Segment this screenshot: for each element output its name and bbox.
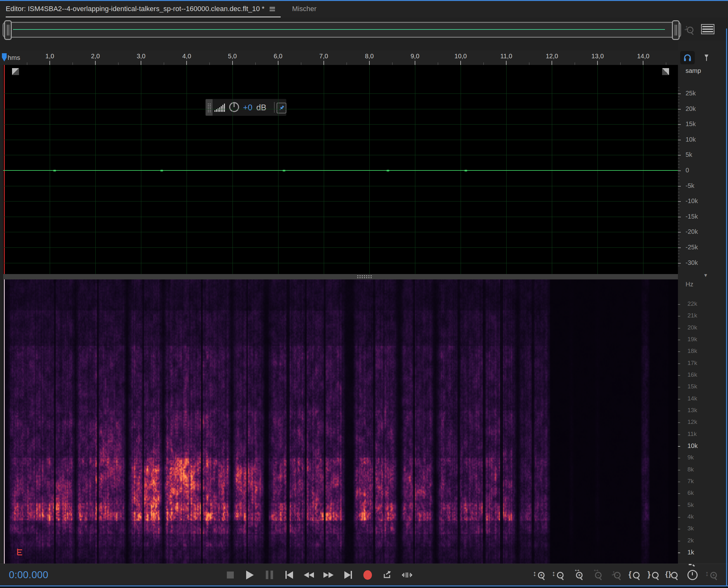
- skip-selection-button[interactable]: [401, 569, 413, 581]
- hz-scale-label: 9k: [687, 454, 694, 461]
- samp-scale-tick: [678, 198, 680, 198]
- samp-scale-tick: [678, 217, 681, 217]
- scale-dropdown-icon[interactable]: ▼: [703, 272, 708, 278]
- fade-out-handle[interactable]: [662, 68, 669, 75]
- samp-scale-tick: [678, 183, 680, 183]
- divider-grip[interactable]: [357, 275, 372, 278]
- vertical-scale-column[interactable]: samp ▼ Hz 25k20k15k10k5k0-5k-10k-15k-20k…: [678, 41, 728, 564]
- waveform-blip: [53, 170, 56, 171]
- hz-scale-tick: [678, 541, 680, 542]
- loop-playback-button[interactable]: [381, 569, 393, 581]
- ruler-label: 14,0: [637, 52, 649, 60]
- fast-forward-button[interactable]: [322, 569, 334, 581]
- samp-scale-label: 5k: [686, 151, 692, 159]
- marker-pin-button[interactable]: [699, 51, 714, 64]
- tab-mixer[interactable]: Mischer: [292, 1, 317, 17]
- samp-scale-tick: [678, 208, 680, 208]
- samp-scale-tick: [678, 174, 680, 174]
- samp-scale-tick: [678, 133, 680, 134]
- focus-border-top: [0, 0, 728, 1]
- volume-hud[interactable]: +0 dB: [205, 99, 286, 116]
- gain-unit: dB: [256, 103, 266, 112]
- playhead-handle[interactable]: [2, 53, 7, 61]
- status-transport-bar: 0:00.000 +↕-↕+↔-↔-↕↔{}{}+↕: [0, 564, 728, 586]
- samp-scale-tick: [678, 229, 680, 229]
- pause-button[interactable]: [263, 569, 275, 581]
- hz-scale-tick: [678, 316, 680, 316]
- hz-scale-label: 8k: [687, 466, 694, 473]
- samp-scale-tick: [678, 103, 680, 103]
- navigator-left-handle[interactable]: [4, 20, 12, 40]
- hud-drag-handle[interactable]: [206, 99, 213, 115]
- monitor-headphones-button[interactable]: [680, 51, 695, 64]
- zoom-to-selection-button[interactable]: {}: [667, 568, 679, 582]
- gain-knob[interactable]: [229, 101, 240, 113]
- hz-scale-label: 20k: [687, 324, 697, 331]
- ruler-tick-minor: [118, 62, 119, 65]
- samp-scale-tick: [678, 93, 681, 94]
- samp-scale-label: -30k: [686, 259, 698, 267]
- samp-scale-tick: [678, 130, 680, 131]
- ruler-label: 12,0: [546, 52, 558, 60]
- samp-scale-tick: [678, 186, 681, 187]
- samp-scale-label: 10k: [686, 136, 696, 143]
- samp-scale-tick: [678, 140, 681, 140]
- samp-scale-tick: [678, 109, 681, 110]
- panel-options-icon[interactable]: [270, 7, 275, 11]
- samp-scale-label: 15k: [686, 120, 696, 128]
- pin-marker-icon: [702, 53, 711, 62]
- spectrogram-view[interactable]: [3, 279, 678, 564]
- zoom-navigator[interactable]: [2, 22, 681, 38]
- samp-scale-tick: [678, 180, 680, 180]
- grid-line-vertical: [415, 65, 415, 274]
- timer-record-button[interactable]: [686, 566, 699, 584]
- samp-scale-tick: [678, 204, 680, 205]
- pin-icon: [278, 105, 285, 111]
- samp-scale-tick: [678, 143, 680, 143]
- overview-waveform-line: [13, 29, 665, 30]
- play-button[interactable]: [244, 569, 256, 581]
- samp-scale-tick: [678, 155, 681, 155]
- tab-editor[interactable]: Editor: ISM4SBA2--4-overlapping-identica…: [6, 1, 275, 17]
- zoom-in-at-in-point-button[interactable]: {: [629, 568, 641, 582]
- navigator-right-handle[interactable]: [672, 20, 680, 40]
- grid-line-horizontal: [3, 186, 678, 186]
- samp-scale-label: -5k: [686, 182, 694, 189]
- waveform-view[interactable]: +0 dB: [3, 65, 678, 274]
- ruler-label: 7,0: [319, 52, 328, 60]
- panel-divider[interactable]: [3, 274, 678, 279]
- panel-menu-button[interactable]: [701, 24, 714, 34]
- zoom-in-at-out-point-button[interactable]: }: [648, 568, 660, 582]
- ruler-tick-minor: [255, 62, 256, 65]
- samp-scale-tick: [678, 220, 680, 220]
- hz-scale-label: 11k: [687, 430, 697, 438]
- fade-in-handle[interactable]: [12, 68, 19, 75]
- time-display[interactable]: 0:00.000: [9, 564, 48, 586]
- zoom-in-vertical-button[interactable]: +↕: [534, 568, 546, 582]
- samp-scale-tick: [678, 161, 680, 162]
- hz-scale-tick: [678, 304, 680, 305]
- hz-scale-label: 10k: [687, 442, 698, 449]
- skip-back-button[interactable]: [283, 569, 295, 581]
- zoom-out-vertical-button[interactable]: -↕: [553, 568, 565, 582]
- samp-scale-tick: [678, 266, 680, 266]
- stop-button[interactable]: [224, 569, 236, 581]
- gain-value[interactable]: +0: [243, 103, 253, 112]
- spectrogram-canvas[interactable]: [3, 279, 678, 564]
- rewind-button[interactable]: [303, 569, 315, 581]
- skip-forward-button[interactable]: [342, 569, 354, 581]
- hz-scale-tick: [678, 552, 680, 553]
- samp-scale-tick: [678, 124, 681, 125]
- timeline-ruler[interactable]: hms 1,02,03,04,05,06,07,08,09,010,011,01…: [0, 51, 678, 65]
- ruler-tick-minor: [529, 62, 529, 65]
- samp-scale-label: -20k: [686, 228, 698, 235]
- record-button[interactable]: [362, 569, 373, 581]
- grid-line-vertical: [187, 65, 187, 274]
- samp-scale-tick: [678, 226, 680, 226]
- active-tab-underline: [6, 17, 281, 17]
- hz-scale-tick: [678, 458, 680, 458]
- grid-line-vertical: [506, 65, 507, 274]
- grid-line-vertical: [461, 65, 461, 274]
- ruler-label: 10,0: [455, 52, 467, 60]
- zoom-in-horizontal-button[interactable]: +↔: [572, 568, 584, 582]
